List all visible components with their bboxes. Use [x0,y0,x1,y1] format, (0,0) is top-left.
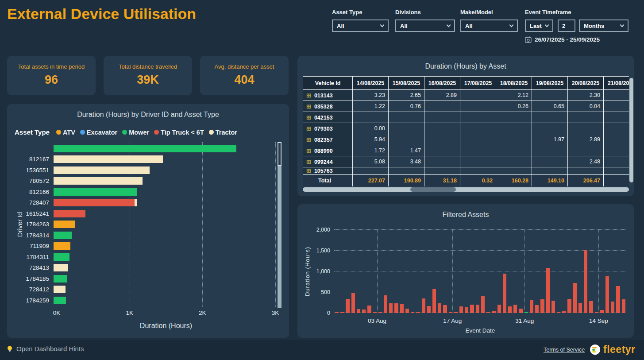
bar[interactable] [449,312,452,313]
bar[interactable] [335,312,339,313]
divisions-dropdown[interactable]: All [395,19,455,32]
timeframe-mode-dropdown[interactable]: Last [525,19,553,32]
column-header[interactable]: 20/08/2025 [568,77,604,90]
terms-of-service-link[interactable]: Terms of Service [544,347,585,353]
bar[interactable] [54,177,143,185]
bar[interactable] [508,306,512,313]
bar[interactable] [551,301,555,313]
bar[interactable] [492,311,495,313]
make-model-dropdown[interactable]: All [460,19,518,32]
bar[interactable] [459,306,463,313]
bar[interactable] [400,304,404,313]
bar[interactable] [611,302,614,313]
open-dashboard-hints-button[interactable]: Open Dashboard Hints [6,345,84,352]
bar[interactable] [530,300,533,313]
timeframe-count-input[interactable] [558,19,575,32]
column-header[interactable]: 17/08/2025 [460,77,496,90]
bar[interactable] [573,283,577,313]
bar[interactable] [584,250,587,313]
table-row[interactable]: ⊞042153 [303,112,629,123]
bar[interactable] [503,274,506,313]
bar[interactable] [416,312,420,313]
chart-vertical-scrollbar[interactable] [278,142,282,308]
bar[interactable] [519,309,522,313]
bar[interactable] [443,305,447,313]
legend-item[interactable]: Tip Truck < 6T [154,129,204,136]
bar[interactable] [605,276,609,313]
bar[interactable] [384,295,387,313]
expand-icon[interactable]: ⊞ [306,147,311,154]
bar[interactable] [54,242,70,250]
bar[interactable] [589,301,593,313]
bar[interactable] [432,289,436,313]
bar[interactable] [540,299,544,313]
expand-icon[interactable]: ⊞ [306,103,311,110]
bar[interactable] [616,286,620,313]
legend-item[interactable]: Mower [122,129,149,136]
scrollbar-thumb[interactable] [278,142,282,166]
expand-icon[interactable]: ⊞ [306,92,311,99]
expand-icon[interactable]: ⊞ [306,136,311,143]
table-row[interactable]: ⊞0992445.083.482.48 [303,156,629,167]
scrollbar-thumb[interactable] [410,187,456,192]
bar[interactable] [465,307,468,313]
expand-icon[interactable]: ⊞ [306,159,311,165]
table-row[interactable]: ⊞0131433.232.652.892.122.30 [303,90,629,101]
bar[interactable] [346,299,349,313]
expand-icon[interactable]: ⊞ [306,114,311,121]
bar[interactable] [546,268,550,313]
bar[interactable] [54,166,150,174]
legend-item[interactable]: ATV [56,129,75,136]
column-header[interactable]: Vehicle Id [303,77,353,90]
scrollbar-thumb[interactable] [629,78,633,182]
bar[interactable] [351,293,355,313]
bar[interactable] [438,303,441,313]
bar[interactable] [524,312,528,313]
bar[interactable] [357,309,360,313]
bar[interactable] [557,312,560,313]
bar[interactable] [422,298,425,313]
column-header[interactable]: 19/08/2025 [532,77,568,90]
bar[interactable] [54,145,236,152]
bar[interactable] [535,305,539,313]
bar[interactable] [340,312,344,313]
bar[interactable] [54,264,68,271]
table-row[interactable]: ⊞0793030.00 [303,123,629,134]
bar[interactable] [394,303,398,313]
bar[interactable] [600,310,604,313]
bar[interactable] [54,199,137,206]
bar[interactable] [405,309,409,313]
table-horizontal-scrollbar[interactable] [303,187,629,192]
bar[interactable] [54,210,85,217]
column-header[interactable]: 21/08/2025 [604,77,629,90]
bar[interactable] [476,305,479,313]
bar[interactable] [362,310,366,313]
bar[interactable] [54,232,72,239]
bar[interactable] [578,303,582,314]
legend-item[interactable]: Tractor [209,129,237,136]
bar[interactable] [411,312,414,313]
bar[interactable] [481,296,485,313]
expand-icon[interactable]: ⊞ [306,125,311,132]
timeframe-unit-dropdown[interactable]: Months [579,19,629,32]
column-header[interactable]: 18/08/2025 [496,77,532,90]
bar[interactable] [54,286,66,293]
bar[interactable] [497,305,501,313]
table-vertical-scrollbar[interactable] [629,77,633,186]
bar[interactable] [54,253,69,261]
expand-icon[interactable]: ⊞ [306,167,311,174]
bar[interactable] [378,312,382,313]
bar[interactable] [54,297,66,304]
legend-item[interactable]: Excavator [80,129,117,136]
bar[interactable] [486,312,490,313]
bar[interactable] [470,305,474,313]
bar[interactable] [562,311,566,313]
bar[interactable] [389,303,393,313]
bar[interactable] [373,312,377,313]
bar[interactable] [454,312,458,313]
bar[interactable] [595,312,598,313]
asset-type-dropdown[interactable]: All [332,19,389,32]
table-row[interactable]: ⊞105763 [303,167,629,175]
bar[interactable] [54,155,163,163]
table-row[interactable]: ⊞0823575.941.972.89 [303,134,629,145]
